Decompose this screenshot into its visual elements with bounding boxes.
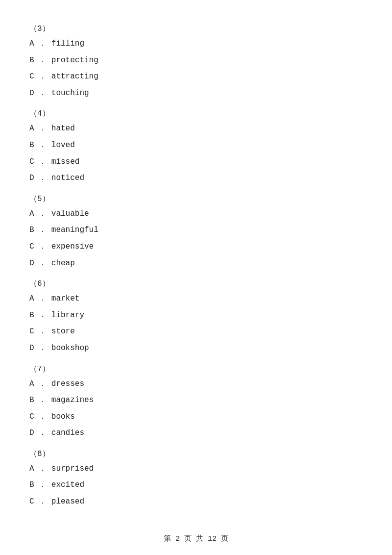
option-6-a: A ． market [29,293,363,305]
option-3-d: D ． touching [29,87,363,100]
option-3-b: B ． protecting [29,54,363,67]
option-5-a: A ． valuable [29,208,363,221]
option-5-b: B ． meaningful [29,224,363,237]
main-content: （3）A ． fillingB ． protectingC ． attracti… [0,0,392,542]
option-5-c: C ． expensive [29,241,363,253]
option-6-c: C ． store [29,326,363,338]
option-4-d: D ． noticed [29,172,363,185]
page-footer: 第 2 页 共 12 页 [0,534,392,543]
option-8-a: A ． surprised [29,463,363,476]
question-number-6: （6） [29,278,363,289]
option-8-b: B ． excited [29,479,363,492]
option-4-c: C ． missed [29,156,363,169]
question-number-3: （3） [29,24,363,34]
option-7-a: A ． dresses [29,378,363,391]
option-4-a: A ． hated [29,123,363,135]
option-7-d: D ． candies [29,427,363,440]
option-3-c: C ． attracting [29,71,363,83]
option-5-d: D ． cheap [29,257,363,270]
option-6-d: D ． bookshop [29,342,363,355]
option-3-a: A ． filling [29,38,363,50]
question-number-7: （7） [29,364,363,374]
option-7-c: C ． books [29,411,363,424]
option-8-c: C ． pleased [29,496,363,508]
question-number-4: （4） [29,108,363,119]
question-number-8: （8） [29,449,363,459]
option-7-b: B ． magazines [29,394,363,407]
option-6-b: B ． library [29,309,363,322]
footer-text: 第 2 页 共 12 页 [164,535,228,543]
option-4-b: B ． loved [29,139,363,152]
question-number-5: （5） [29,194,363,204]
